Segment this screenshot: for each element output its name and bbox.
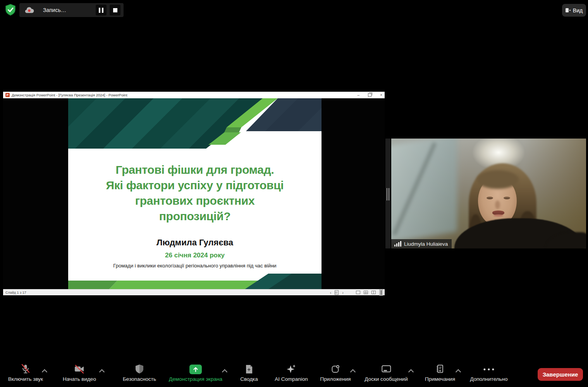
apps-button[interactable]: Приложения (320, 363, 351, 382)
video-options-chevron[interactable] (99, 369, 105, 375)
divider-handle-icon (387, 188, 387, 200)
participant-video-tile[interactable]: Liudmyla Huliaieva (391, 139, 586, 248)
view-layout-icon (566, 8, 571, 12)
slide-counter: Слайд 1 з 17 (5, 291, 26, 295)
summary-button[interactable]: Сводка (240, 363, 258, 382)
slide-author: Людмила Гуляєва (68, 238, 322, 248)
view-button-label: Вид (573, 7, 583, 14)
slide-canvas: Грантові фішки для громад. Які фактори у… (68, 98, 322, 289)
whiteboards-options-chevron[interactable] (408, 369, 414, 375)
unmute-button[interactable]: Включить звук (8, 363, 43, 382)
previous-slide-icon[interactable]: ‹ (330, 291, 332, 295)
slide-subtitle: Громади і виклики екологізації регіональ… (68, 263, 322, 269)
presentation-area: Грантові фішки для громад. Які фактори у… (3, 98, 385, 289)
summary-document-icon (245, 364, 253, 374)
share-options-chevron[interactable] (222, 369, 227, 375)
shield-check-icon (5, 4, 16, 16)
participant-name-tag: Liudmyla Huliaieva (391, 239, 452, 248)
more-button[interactable]: Дополнительно (470, 363, 507, 382)
minimize-icon[interactable]: – (358, 93, 360, 97)
reading-view-icon[interactable] (371, 291, 376, 294)
slideshow-view-icon (381, 290, 382, 295)
participant-bangs (477, 170, 519, 189)
stop-recording-button[interactable] (110, 5, 120, 15)
ai-companion-label: AI Companion (275, 376, 308, 382)
share-screen-icon (189, 365, 202, 374)
restore-icon[interactable] (368, 93, 371, 97)
start-video-button[interactable]: Начать видео (63, 363, 96, 382)
stop-icon (113, 8, 117, 12)
notes-button[interactable]: Примечания (425, 363, 455, 382)
security-label: Безопасность (123, 376, 156, 382)
more-label: Дополнительно (470, 376, 507, 382)
slideshow-view-active[interactable] (379, 289, 383, 296)
apps-label: Приложения (320, 376, 351, 382)
participant-lip (493, 214, 503, 217)
signal-strength-icon (394, 241, 401, 247)
panel-divider[interactable] (385, 139, 390, 248)
ppt-window-title: Демонстрація PowerPoint - [Гуляєва Презе… (12, 93, 127, 97)
whiteboards-button[interactable]: Доски сообщений (364, 363, 407, 382)
camera-off-icon (74, 364, 85, 374)
participant-eye (487, 197, 493, 199)
pause-icon (99, 8, 103, 13)
security-shield-icon (135, 364, 144, 374)
notes-icon (435, 364, 445, 374)
slide-title: Грантові фішки для громад. Які фактори у… (68, 162, 322, 224)
end-meeting-button[interactable]: Завершение (538, 368, 583, 381)
share-screen-label: Демонстрация экрана (169, 376, 222, 382)
participant-name: Liudmyla Huliaieva (404, 241, 448, 247)
apps-options-chevron[interactable] (350, 369, 356, 375)
share-screen-button[interactable]: Демонстрация экрана (169, 363, 222, 382)
apps-icon (330, 364, 340, 374)
notes-options-chevron[interactable] (456, 369, 461, 375)
normal-view-icon[interactable] (356, 291, 360, 294)
background-window (391, 139, 457, 243)
notes-label: Примечания (425, 376, 455, 382)
start-video-label: Начать видео (63, 376, 96, 382)
microphone-muted-icon (21, 364, 31, 375)
shared-powerpoint-window: P Демонстрація PowerPoint - [Гуляєва Пре… (3, 92, 385, 295)
pause-recording-button[interactable] (96, 5, 107, 15)
ppt-titlebar[interactable]: P Демонстрація PowerPoint - [Гуляєва Пре… (3, 92, 385, 98)
recording-indicator: Запись… (19, 3, 124, 17)
slide-date: 26 січня 2024 року (68, 252, 322, 259)
ppt-statusbar: Слайд 1 з 17 ‹ › (3, 289, 385, 295)
recording-label: Запись… (43, 7, 66, 13)
unmute-label: Включить звук (8, 376, 43, 382)
next-slide-icon[interactable]: › (342, 291, 344, 295)
notes-panel-icon[interactable] (335, 290, 339, 295)
participant-eye (504, 197, 510, 199)
whiteboards-label: Доски сообщений (364, 376, 407, 382)
summary-label: Сводка (240, 376, 258, 382)
security-button[interactable]: Безопасность (123, 363, 156, 382)
ai-sparkle-icon (286, 364, 297, 375)
more-dots-icon (483, 368, 494, 370)
zoom-meeting-window: Запись… Вид P Демонстрація PowerPoint - … (0, 0, 588, 387)
whiteboard-icon (381, 365, 392, 374)
slide-sorter-view-icon[interactable] (364, 291, 368, 294)
close-icon[interactable]: × (380, 93, 382, 97)
powerpoint-logo-icon: P (5, 93, 10, 97)
cloud-recording-icon (24, 7, 34, 14)
ai-companion-button[interactable]: AI Companion (275, 363, 308, 382)
meeting-info-shield[interactable] (5, 4, 16, 16)
participant-nose (495, 200, 500, 209)
divider-handle-icon (389, 188, 389, 200)
view-button[interactable]: Вид (562, 4, 586, 17)
